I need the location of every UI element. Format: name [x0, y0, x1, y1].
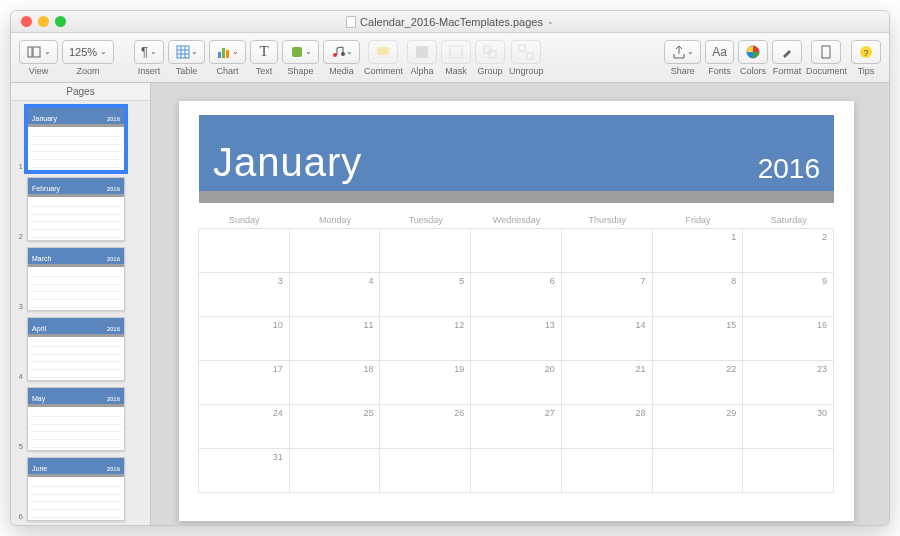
svg-rect-7 [218, 52, 221, 58]
calendar-cell[interactable]: 6 [470, 272, 562, 317]
calendar-cell[interactable]: 29 [652, 404, 744, 449]
tips-button[interactable]: ? [851, 40, 881, 64]
calendar-cell[interactable] [379, 228, 471, 273]
text-button[interactable]: T [250, 40, 278, 64]
calendar-cell[interactable]: 1 [652, 228, 744, 273]
view-label: View [29, 66, 48, 76]
calendar-cell[interactable] [289, 448, 381, 493]
thumbnail[interactable]: March2016 [27, 247, 125, 311]
calendar-cell[interactable]: 26 [379, 404, 471, 449]
calendar-cell[interactable]: 23 [742, 360, 834, 405]
thumb-header: June2016 [28, 458, 124, 474]
calendar-cell[interactable]: 22 [652, 360, 744, 405]
format-label: Format [773, 66, 802, 76]
calendar-cell[interactable]: 20 [470, 360, 562, 405]
share-icon [671, 44, 687, 60]
thumbnail[interactable]: April2016 [27, 317, 125, 381]
tips-label: Tips [858, 66, 875, 76]
calendar-cell[interactable]: 5 [379, 272, 471, 317]
colors-button[interactable] [738, 40, 768, 64]
thumb-header: February2016 [28, 178, 124, 194]
calendar-cell[interactable]: 8 [652, 272, 744, 317]
calendar-cell[interactable]: 24 [198, 404, 290, 449]
mask-button [441, 40, 471, 64]
calendar-cell[interactable]: 9 [742, 272, 834, 317]
view-button[interactable]: ⌄ [19, 40, 58, 64]
calendar-cell[interactable] [289, 228, 381, 273]
brush-icon [779, 44, 795, 60]
calendar-cell[interactable]: 21 [561, 360, 653, 405]
calendar-cell[interactable]: 7 [561, 272, 653, 317]
thumbnail-row[interactable]: 3March2016 [15, 247, 146, 311]
format-button[interactable] [772, 40, 802, 64]
svg-rect-10 [292, 47, 302, 57]
canvas[interactable]: January 2016 SundayMondayTuesdayWednesda… [151, 83, 889, 525]
colors-label: Colors [740, 66, 766, 76]
calendar-cell[interactable]: 14 [561, 316, 653, 361]
calendar-cell[interactable] [470, 448, 562, 493]
table-button[interactable]: ⌄ [168, 40, 205, 64]
calendar-cell[interactable] [652, 448, 744, 493]
insert-button[interactable]: ¶⌄ [134, 40, 164, 64]
thumbnail[interactable]: May2016 [27, 387, 125, 451]
text-label: Text [256, 66, 273, 76]
thumbnail-row[interactable]: 2February2016 [15, 177, 146, 241]
zoom-value: 125% [69, 46, 97, 58]
calendar-cell[interactable]: 13 [470, 316, 562, 361]
group-label: Group [477, 66, 502, 76]
calendar-cell[interactable]: 18 [289, 360, 381, 405]
calendar-cell[interactable]: 3 [198, 272, 290, 317]
page-break-icon: ¶ [141, 44, 148, 59]
calendar-cell[interactable]: 17 [198, 360, 290, 405]
zoom-label: Zoom [76, 66, 99, 76]
calendar-cell[interactable]: 16 [742, 316, 834, 361]
thumbnail-row[interactable]: 5May2016 [15, 387, 146, 451]
chart-button[interactable]: ⌄ [209, 40, 246, 64]
thumbnail[interactable]: June2016 [27, 457, 125, 521]
calendar-cell[interactable]: 30 [742, 404, 834, 449]
share-button[interactable]: ⌄ [664, 40, 701, 64]
calendar-cell[interactable] [379, 448, 471, 493]
calendar-cell[interactable] [198, 228, 290, 273]
calendar-page[interactable]: January 2016 SundayMondayTuesdayWednesda… [179, 101, 854, 521]
calendar-cell[interactable]: 10 [198, 316, 290, 361]
media-button[interactable]: ⌄ [323, 40, 360, 64]
alpha-icon [414, 44, 430, 60]
calendar-cell[interactable]: 28 [561, 404, 653, 449]
calendar-cell[interactable] [561, 228, 653, 273]
thumbnails-list[interactable]: 1January20162February20163March20164Apri… [11, 101, 150, 525]
day-name: Thursday [562, 211, 653, 229]
calendar-cell[interactable]: 27 [470, 404, 562, 449]
ungroup-button [511, 40, 541, 64]
thumbnail[interactable]: February2016 [27, 177, 125, 241]
zoom-select[interactable]: 125% ⌄ [62, 40, 114, 64]
calendar-cell[interactable]: 4 [289, 272, 381, 317]
thumb-header: January2016 [28, 108, 124, 124]
thumbnail[interactable]: January2016 [27, 107, 125, 171]
fonts-button[interactable]: Aa [705, 40, 734, 64]
calendar-cell[interactable]: 25 [289, 404, 381, 449]
calendar-cell[interactable]: 2 [742, 228, 834, 273]
svg-rect-17 [489, 51, 496, 58]
thumbnail-row[interactable]: 4April2016 [15, 317, 146, 381]
calendar-cell[interactable]: 19 [379, 360, 471, 405]
calendar-cell[interactable] [470, 228, 562, 273]
shape-button[interactable]: ⌄ [282, 40, 319, 64]
calendar-cell[interactable]: 11 [289, 316, 381, 361]
group-button [475, 40, 505, 64]
day-name: Friday [653, 211, 744, 229]
calendar-cell[interactable]: 31 [198, 448, 290, 493]
document-button[interactable] [811, 40, 841, 64]
media-label: Media [329, 66, 354, 76]
calendar-cell[interactable]: 12 [379, 316, 471, 361]
chevron-down-icon[interactable]: ⌄ [547, 17, 554, 26]
calendar-cell[interactable]: 15 [652, 316, 744, 361]
svg-rect-19 [527, 53, 533, 59]
calendar-cell[interactable] [561, 448, 653, 493]
comment-button[interactable] [368, 40, 398, 64]
chevron-down-icon: ⌄ [191, 47, 198, 56]
svg-rect-21 [822, 46, 830, 58]
thumbnail-row[interactable]: 6June2016 [15, 457, 146, 521]
calendar-cell[interactable] [742, 448, 834, 493]
thumbnail-row[interactable]: 1January2016 [15, 107, 146, 171]
